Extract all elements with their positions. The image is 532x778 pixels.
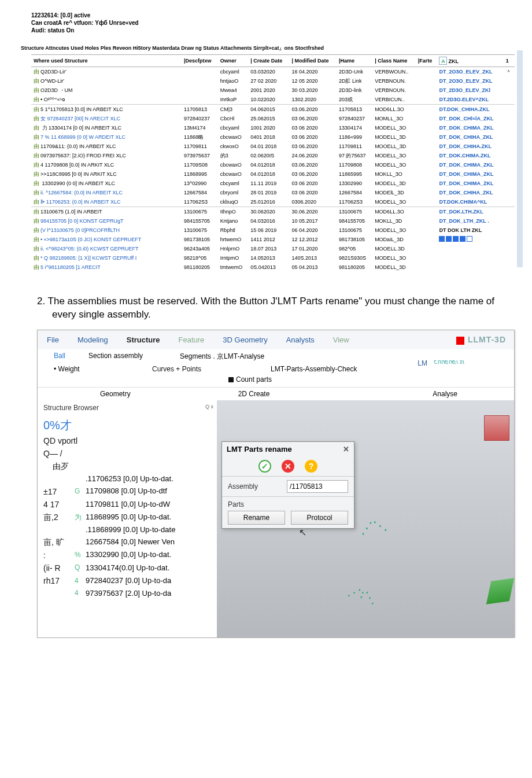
col-hname[interactable]: |Hame <box>337 55 372 67</box>
tree-icon: 由 <box>34 143 39 149</box>
table-row[interactable]: 由Ⅱ• 11706253: (0.0| IN ARBEIT XLC117062S… <box>31 197 515 207</box>
tree-icon: 由 <box>34 106 39 112</box>
table-row[interactable]: 由11709&11: (0.0) IN ARBEIT XLC11709811ck… <box>31 142 515 151</box>
cell-classname: VERBNOUN. <box>372 76 416 86</box>
menu-analysts[interactable]: Analysts <box>277 334 324 346</box>
cell-hname: 981738105 <box>337 235 372 244</box>
list-item[interactable]: 亩, 旷12667584 [0,0] Newer Ven <box>43 536 213 548</box>
list-item[interactable]: .11706253 [0,0] Up-to-dat. <box>43 473 213 485</box>
table-row[interactable]: 由984155705 [0 0] KONST GEPRUgT984155705K… <box>31 216 515 226</box>
dialog-cancel-icon[interactable]: ✕ <box>282 460 294 473</box>
table-row[interactable]: 由女 972840237 [00] N ARECIT XLC972840237C… <box>31 114 515 123</box>
menu-file[interactable]: File <box>38 334 68 346</box>
footer-analyse[interactable]: Analyse <box>376 390 514 398</box>
rename-button[interactable]: Rename <box>228 511 285 525</box>
viewport-nav-cube[interactable] <box>484 415 509 441</box>
table-row[interactable]: 由O2D3D ・UMMwea42001 202030 03.20202D3D-l… <box>31 86 515 95</box>
col-owner[interactable]: Owner <box>218 55 249 67</box>
cell-classname: MODELL_3O <box>372 160 416 169</box>
cell-classname: MOKLL_3D <box>372 216 416 226</box>
table-row[interactable]: 由7 % 11 €68999 (0 0] W ARDEIT XLC11868略c… <box>31 132 515 142</box>
lmt-3d-window: File Modeling Structure Feature 3D Geome… <box>37 330 515 638</box>
header-status-block: 12232614: [0.0] active Cан croatA re^ vt… <box>31 12 532 34</box>
submenu-section-assembly[interactable]: Section assembly <box>88 352 143 362</box>
viewport-geometry-icon <box>486 578 515 604</box>
protocol-button[interactable]: Protocol <box>291 511 348 525</box>
table-row[interactable]: 由5 1^11705813 [0.0] IN ARBEIT XLC1170581… <box>31 105 515 115</box>
cell-owner: Rbphtl <box>218 226 249 235</box>
list-item[interactable]: :%13302990 [0,0] Up-to-dat. <box>43 549 213 562</box>
zkl-cell: DT_2O3O_ELEV_ZKL <box>439 78 492 84</box>
cell-desc: 11868995 <box>182 169 218 179</box>
table-row[interactable]: 由O^WD-Lir'hntjaoO27 02 202012 05 20202D肛… <box>31 76 515 86</box>
col-desc[interactable]: |Descfptxw <box>182 55 218 67</box>
table-row[interactable]: 由5 i^981180205 [1 ARECIT981180205tmtwemO… <box>31 263 515 272</box>
lmt-parts-rename-dialog: LMT Parts rename ✕ ✓ ✕ ? Assembly Parts … <box>221 441 354 529</box>
cell-owner: cbcwaxO <box>218 160 249 169</box>
submenu-curves[interactable]: Curves + Points <box>152 365 201 373</box>
cell-cdate: 03.032020 <box>248 67 289 77</box>
table-row[interactable]: 由4 11709808 [0.0| IN ARKIT XLC11709S08cb… <box>31 160 515 169</box>
col-zkl[interactable]: AZKL <box>437 55 503 67</box>
table-row[interactable]: 由 13302990 (0 0] IN ARBEIT XLC13^02990cb… <box>31 179 515 188</box>
dialog-help-icon[interactable]: ? <box>305 460 317 473</box>
menu-3dgeometry[interactable]: 3D Geometry <box>213 334 276 346</box>
menu-structure[interactable]: Structure <box>117 334 169 346</box>
table-row[interactable]: 由• O²⁰⁰⁼«¹ᴏInrtkoP10.0220201302.2020203或… <box>31 95 515 105</box>
status-line3: Audi: status On <box>31 27 532 34</box>
tree-label: 力 13304174 [0 0] IN ARBEIT XLC <box>40 125 121 131</box>
submenu-segments[interactable]: Segments . 京LMT-Analyse <box>180 352 264 362</box>
cell-desc: 11709S08 <box>182 160 218 169</box>
tree-label: 4 11709808 [0.0| IN ARKIT XLC <box>40 162 114 168</box>
list-item[interactable]: (ii- RQ13304174(0.0] Up-to-dat. <box>43 562 213 574</box>
cell-extra <box>504 263 515 272</box>
table-row[interactable]: 由ii. <^98243^05: (0.i0) KCWST GEPRUEFT96… <box>31 244 515 253</box>
browser-hdr-qd: QD vportl <box>43 435 77 447</box>
browser-qx[interactable]: Q x <box>205 404 213 410</box>
table-row[interactable]: 由 力 13304174 [0 0] IN ARBEIT XLC13M4174c… <box>31 123 515 132</box>
cell-mdate: 140S.2013 <box>290 253 337 263</box>
col-farte[interactable]: |Farte <box>416 55 437 67</box>
tab-strip[interactable]: Structure Attncutes Used Holes Ples Reve… <box>21 45 532 52</box>
list-item[interactable]: rh174972840237 [0.0] Up-to-da <box>43 574 213 587</box>
cell-cdate: 27 02 2020 <box>248 76 289 86</box>
footer-2dcreate[interactable]: 2D Create <box>238 390 376 398</box>
col-classname[interactable]: | Class Name <box>372 55 416 67</box>
viewport-triad-icon: ⋰⋱ <box>359 517 389 537</box>
col-one[interactable]: 1 <box>504 55 515 67</box>
zkl-cell: DT DOK LTH ZKL <box>439 227 482 233</box>
submenu-weight[interactable]: • Weight <box>54 365 152 373</box>
table-row[interactable]: 由ii. ^12667584: (0.0| IN ARBEIT XLC12667… <box>31 188 515 197</box>
list-item[interactable]: 亩,2为11868995 [0.0] Up-to-dat. <box>43 511 213 523</box>
menu-view[interactable]: View <box>324 334 359 346</box>
table-row[interactable]: 由0973975637: [2.iO) FROD FREI XLC9739756… <box>31 151 515 160</box>
list-item[interactable]: 4973975637 [2.0] Up-to-da <box>43 588 213 600</box>
table-row[interactable]: 由* Q 982189805: [1 X)] KCWST GEPRUff I98… <box>31 253 515 263</box>
cell-classname: MOOELL_3D <box>372 142 416 151</box>
col-cdate[interactable]: | Create Date <box>248 55 289 67</box>
cell-hname: 13304174 <box>337 123 372 132</box>
menu-feature[interactable]: Feature <box>169 334 214 346</box>
count-parts-row[interactable]: Count parts <box>38 374 514 387</box>
list-item[interactable]: 4 1711709811 [0,0] Up-to-dW <box>43 498 213 511</box>
menu-modeling[interactable]: Modeling <box>68 334 117 346</box>
cell-mdate: 30 03.2020 <box>290 86 337 95</box>
submenu-ball[interactable]: Ball <box>54 352 65 362</box>
cell-hname: 9821S930S <box>337 253 372 263</box>
col-where[interactable]: Where used Structure <box>31 55 182 67</box>
list-item[interactable]: ±17G11709808 [0.0] Up-to-dtf <box>43 485 213 498</box>
table-row[interactable]: 由• «>98173a10S (0 JO) KONST GEPRUEFT9817… <box>31 235 515 244</box>
dialog-close-icon[interactable]: ✕ <box>343 445 349 453</box>
table-row[interactable]: 由>>118C8995 [0 0| IN ARKIT XLC11868995cb… <box>31 169 515 179</box>
footer-geometry[interactable]: Geometry <box>54 390 238 398</box>
item-prefix: rh17 <box>43 575 75 587</box>
list-item[interactable]: .11868999 [0.0] Up-to-date <box>43 524 213 536</box>
submenu-assy-check[interactable]: LMT-Parts-Assembly-Check <box>271 365 357 373</box>
col-mdate[interactable]: | Modified Date <box>290 55 337 67</box>
assembly-input[interactable] <box>287 480 348 493</box>
table-row[interactable]: 由(V l^13100675 (0 0]PRCOFRflLTH13100675R… <box>31 226 515 235</box>
dialog-ok-icon[interactable]: ✓ <box>258 460 271 473</box>
zkl-cell: DT_2O3O_ELEV_ZKL <box>439 69 492 75</box>
table-row[interactable]: 由13100675 (1.0] IN ARBEIT13100675IthnpO3… <box>31 207 515 217</box>
table-row[interactable]: 由Q2D3D-Lir'cbcyaml03.03202016 04.20202D3… <box>31 67 515 77</box>
